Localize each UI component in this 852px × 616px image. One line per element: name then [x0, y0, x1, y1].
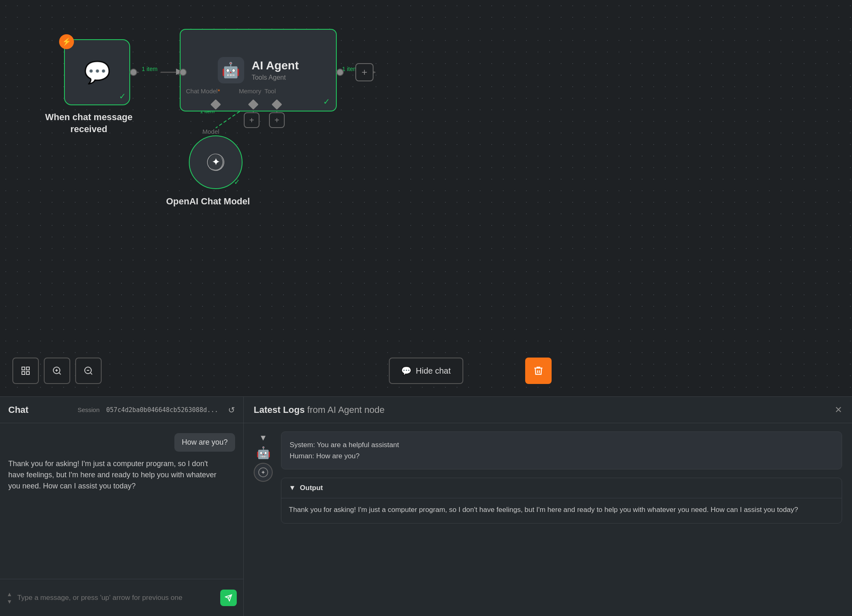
memory-label: Memory — [239, 88, 261, 95]
add-memory-button[interactable]: + — [244, 112, 259, 128]
svg-rect-11 — [26, 367, 29, 370]
zoom-in-icon — [52, 366, 62, 376]
logs-subtitle: from AI Agent node — [307, 405, 385, 415]
agent-output-port — [336, 69, 344, 76]
log-human-message: Human: How are you? — [290, 450, 833, 462]
add-tool-button[interactable]: + — [269, 112, 285, 128]
log-openai-icon: ✦ — [254, 463, 273, 482]
logs-main: System: You are a helpful assistant Huma… — [281, 431, 842, 608]
logs-panel: Latest Logs from AI Agent node ✕ ▼ 🤖 ✦ — [244, 397, 852, 616]
tool-label: Tool — [264, 88, 276, 95]
zoom-out-button[interactable] — [75, 358, 102, 384]
delete-button[interactable] — [525, 358, 552, 384]
fit-view-icon — [21, 366, 31, 376]
trigger-output-port — [130, 69, 137, 76]
session-label: Session — [78, 406, 100, 413]
trigger-check-icon: ✓ — [119, 91, 126, 101]
agent-subtitle: Tools Agent — [252, 74, 299, 81]
hide-chat-icon: 💬 — [401, 366, 412, 376]
logs-icons: ▼ 🤖 ✦ — [254, 431, 273, 608]
bottom-panel: Chat Session 057c4d2ba0b046648cb5263088d… — [0, 396, 852, 616]
openai-logo-icon: ✦ — [203, 150, 228, 175]
svg-line-4 — [216, 111, 240, 128]
agent-node[interactable]: 🤖 AI Agent Tools Agent ✓ — [180, 29, 337, 111]
agent-icon: 🤖 — [218, 57, 244, 83]
send-icon — [225, 594, 232, 602]
canvas-area[interactable]: 1 item 1 item 1 item ⚡ 💬 ✓ When chat mes… — [0, 0, 852, 396]
next-message-button[interactable]: ▼ — [7, 598, 12, 605]
log-output-section: ▼ Output Thank you for asking! I'm just … — [281, 478, 842, 523]
svg-line-15 — [59, 373, 61, 374]
logs-close-button[interactable]: ✕ — [835, 405, 842, 415]
logs-title: Latest Logs from AI Agent node — [254, 405, 385, 415]
log-output-content: Thank you for asking! I'm just a compute… — [281, 498, 842, 523]
fit-view-button[interactable] — [12, 358, 39, 384]
session-id: 057c4d2ba0b046648cb5263088d... — [106, 406, 218, 414]
refresh-session-button[interactable]: ↺ — [228, 405, 235, 415]
send-button[interactable] — [220, 590, 237, 606]
output-chevron-icon: ▼ — [289, 484, 296, 492]
svg-line-19 — [90, 373, 92, 374]
chat-header: Chat Session 057c4d2ba0b046648cb5263088d… — [0, 397, 243, 423]
chat-title: Chat — [8, 405, 29, 415]
trigger-node[interactable]: ⚡ 💬 ✓ — [64, 39, 130, 105]
chat-input[interactable] — [17, 594, 215, 602]
add-node-button[interactable]: + — [355, 63, 374, 81]
bot-message: Thank you for asking! I'm just a compute… — [8, 458, 223, 492]
agent-check-icon: ✓ — [323, 97, 330, 107]
chat-messages: How are you? Thank you for asking! I'm j… — [0, 423, 243, 579]
chat-input-area: ▲ ▼ — [0, 579, 243, 616]
zoom-in-button[interactable] — [44, 358, 70, 384]
previous-message-button[interactable]: ▲ — [7, 591, 12, 597]
logs-content: ▼ 🤖 ✦ System: You are a helpful assistan… — [244, 423, 852, 616]
hide-chat-label: Hide chat — [416, 366, 451, 376]
chat-panel: Chat Session 057c4d2ba0b046648cb5263088d… — [0, 397, 244, 616]
svg-text:✦: ✦ — [212, 157, 219, 167]
connector-label-1: 1 item — [138, 65, 161, 73]
log-chevron-icon: ▼ — [259, 433, 267, 443]
log-system-message: System: You are a helpful assistant — [290, 439, 833, 450]
chat-input-arrows: ▲ ▼ — [7, 591, 12, 605]
agent-input-port — [179, 69, 187, 76]
log-robot-icon: 🤖 — [256, 446, 271, 460]
logs-header: Latest Logs from AI Agent node ✕ — [244, 397, 852, 423]
trigger-node-label: When chat messagereceived — [41, 111, 136, 135]
chat-model-label: Chat Model* — [186, 88, 220, 95]
openai-small-icon: ✦ — [258, 467, 269, 478]
openai-check-icon: ✓ — [234, 178, 240, 187]
openai-node[interactable]: ✦ ✓ — [189, 135, 243, 189]
agent-title: AI Agent — [252, 59, 299, 72]
zoom-out-icon — [83, 366, 93, 376]
log-output-header[interactable]: ▼ Output — [281, 478, 842, 498]
model-label: Model — [202, 128, 219, 135]
trash-icon — [533, 365, 544, 376]
svg-text:✦: ✦ — [261, 469, 266, 476]
user-message: How are you? — [174, 433, 235, 452]
output-label: Output — [300, 484, 323, 492]
log-message-box: System: You are a helpful assistant Huma… — [281, 431, 842, 469]
toolbar — [12, 358, 102, 384]
svg-rect-13 — [26, 372, 29, 374]
svg-rect-12 — [22, 372, 25, 374]
hide-chat-button[interactable]: 💬 Hide chat — [389, 358, 463, 384]
logs-title-bold: Latest Logs — [254, 405, 305, 415]
chat-trigger-icon: 💬 — [84, 60, 111, 85]
openai-label: OpenAI Chat Model — [166, 196, 250, 207]
lightning-icon: ⚡ — [59, 34, 74, 49]
svg-rect-10 — [22, 367, 25, 370]
agent-info: AI Agent Tools Agent — [252, 59, 299, 81]
